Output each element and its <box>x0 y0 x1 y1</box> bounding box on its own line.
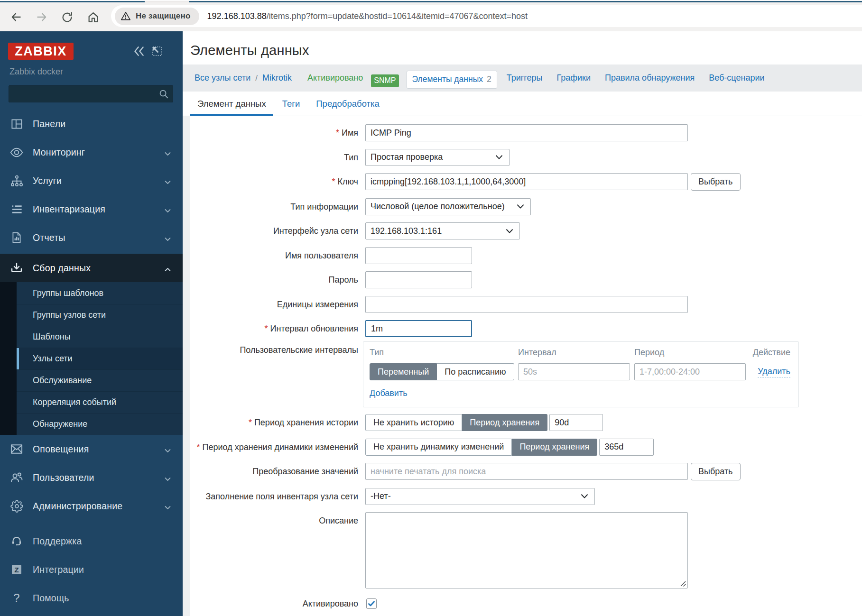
users-icon <box>10 471 23 484</box>
valuemap-select-button[interactable]: Выбрать <box>691 463 741 480</box>
z-badge-icon: Z <box>10 563 23 576</box>
ci-remove-link[interactable]: Удалить <box>758 366 790 377</box>
sidebar-item-help[interactable]: ? Помощь <box>0 584 183 612</box>
description-textarea[interactable] <box>365 512 688 588</box>
sidebar-search-input[interactable] <box>9 86 155 102</box>
units-input[interactable] <box>365 296 688 313</box>
sidebar-item-dashboards[interactable]: Панели <box>0 110 183 138</box>
sidebar-item-reports[interactable]: Отчеты <box>0 223 183 252</box>
breadcrumb: Все узлы сети / Mikrotik Активировано SN… <box>183 64 862 92</box>
type-select[interactable]: Простая проверка <box>365 149 510 166</box>
warning-triangle-icon <box>120 11 131 21</box>
sidebar-item-users[interactable]: Пользователи <box>0 463 183 492</box>
enabled-checkbox[interactable] <box>366 598 377 609</box>
site-security-chip[interactable]: Не защищено <box>115 8 199 25</box>
custom-intervals-label: Пользовательские интервалы <box>190 341 358 407</box>
update-interval-label: *Интервал обновления <box>190 320 358 337</box>
eye-icon <box>10 146 23 159</box>
sidebar-item-data-collection[interactable]: Сбор данных <box>0 254 183 282</box>
sidebar-item-inventory[interactable]: Инвентаризация <box>0 195 183 223</box>
username-input[interactable] <box>365 247 472 264</box>
ci-interval-input[interactable] <box>518 363 630 380</box>
submenu-item-hosts[interactable]: Узлы сети <box>17 348 183 369</box>
breadcrumb-all-hosts-link[interactable]: Все узлы сети <box>195 73 250 83</box>
inventory-select[interactable]: -Нет- <box>365 488 595 505</box>
description-label: Описание <box>190 512 358 588</box>
reload-icon <box>61 11 73 23</box>
info-type-select[interactable]: Числовой (целое положительное) <box>365 198 531 215</box>
ci-type-segmented: Переменный По расписанию <box>370 363 518 380</box>
browser-address-bar[interactable]: Не защищено 192.168.103.88/items.php?for… <box>111 5 862 27</box>
zabbix-logo-text: ZABBIX <box>15 45 67 58</box>
tab-tags[interactable]: Теги <box>275 92 307 116</box>
submenu-item-templates[interactable]: Шаблоны <box>17 326 183 348</box>
submenu-item-discovery[interactable]: Обнаружение <box>17 413 183 435</box>
chevron-down-icon <box>165 475 171 483</box>
valuemap-input[interactable] <box>365 463 688 480</box>
items-count-box[interactable]: Элементы данных 2 <box>407 71 497 89</box>
url-text: 192.168.103.88/items.php?form=update&hos… <box>207 11 528 21</box>
breadcrumb-host-link[interactable]: Mikrotik <box>262 73 292 83</box>
sidebar-collapse-button[interactable] <box>133 46 145 56</box>
key-select-button[interactable]: Выбрать <box>691 173 741 191</box>
breadcrumb-separator: / <box>255 74 258 83</box>
trends-value-input[interactable] <box>599 439 654 456</box>
submenu-item-maintenance[interactable]: Обслуживание <box>17 369 183 391</box>
name-input[interactable] <box>365 124 688 141</box>
discovery-rules-link[interactable]: Правила обнаружения <box>605 73 695 83</box>
ci-period-input[interactable] <box>634 363 746 380</box>
browser-home-button[interactable] <box>83 7 103 28</box>
sidebar-item-integrations[interactable]: Z Интеграции <box>0 555 183 584</box>
checkmark-icon <box>368 600 375 607</box>
question-mark-icon: ? <box>10 591 23 605</box>
search-icon[interactable] <box>155 89 173 99</box>
resize-handle-icon <box>680 580 686 587</box>
password-input[interactable] <box>365 271 472 288</box>
chevron-down-icon <box>495 155 503 160</box>
sidebar-item-support[interactable]: Поддержка <box>0 527 183 555</box>
trends-off-option[interactable]: Не хранить динамику изменений <box>365 439 512 456</box>
tab-item[interactable]: Элемент данных <box>190 92 273 116</box>
zabbix-logo[interactable]: ZABBIX <box>8 43 74 60</box>
web-scenarios-link[interactable]: Веб-сценарии <box>709 73 764 83</box>
sidebar-item-services[interactable]: Услуги <box>0 166 183 195</box>
ci-flexible-option[interactable]: Переменный <box>370 363 437 380</box>
sidebar-item-monitoring[interactable]: Мониторинг <box>0 138 183 166</box>
list-icon <box>10 202 23 216</box>
data-collection-submenu: Группы шаблонов Группы узлов сети Шаблон… <box>0 282 183 435</box>
history-off-option[interactable]: Не хранить историю <box>365 414 462 431</box>
sidebar-item-administration[interactable]: Администрирование <box>0 492 183 520</box>
services-icon <box>10 174 23 187</box>
submenu-item-event-correlation[interactable]: Корреляция событий <box>17 391 183 413</box>
interface-select[interactable]: 192.168.103.1:161 <box>365 222 520 239</box>
server-name: Zabbix docker <box>9 67 63 77</box>
browser-toolbar: Не защищено 192.168.103.88/items.php?for… <box>0 0 862 31</box>
submenu-item-host-groups[interactable]: Группы узлов сети <box>17 304 183 326</box>
history-on-option[interactable]: Период хранения <box>462 414 547 431</box>
submenu-item-template-groups[interactable]: Группы шаблонов <box>17 282 183 304</box>
sidebar-search[interactable] <box>9 85 173 102</box>
ci-add-link[interactable]: Добавить <box>370 388 408 399</box>
gear-icon <box>10 499 23 513</box>
key-input[interactable] <box>365 173 688 190</box>
history-value-input[interactable] <box>549 414 603 431</box>
chevron-down-icon <box>165 503 171 512</box>
ci-scheduling-option[interactable]: По расписанию <box>437 363 514 380</box>
sidebar: ZABBIX Zabbix docker Панели <box>0 31 183 616</box>
triggers-link[interactable]: Триггеры <box>507 73 543 83</box>
valuemap-label: Преобразование значений <box>190 463 358 480</box>
sidebar-kiosk-button[interactable] <box>152 46 162 56</box>
update-interval-input[interactable] <box>365 320 472 337</box>
tab-preprocessing[interactable]: Предобработка <box>309 92 386 116</box>
browser-back-button[interactable] <box>6 7 27 28</box>
kiosk-mode-icon <box>152 46 162 56</box>
inventory-label: Заполнение поля инвентаря узла сети <box>190 488 358 505</box>
browser-forward-button[interactable] <box>31 7 52 28</box>
sidebar-item-alerts[interactable]: Оповещения <box>0 435 183 463</box>
security-chip-label: Не защищено <box>136 11 191 21</box>
browser-reload-button[interactable] <box>56 7 77 28</box>
history-label: *Период хранения истории <box>190 414 358 431</box>
trends-on-option[interactable]: Период хранения <box>512 439 597 456</box>
graphs-link[interactable]: Графики <box>556 73 591 83</box>
custom-intervals-box: Тип Интервал ПериодДействие Переменный П… <box>363 341 799 407</box>
